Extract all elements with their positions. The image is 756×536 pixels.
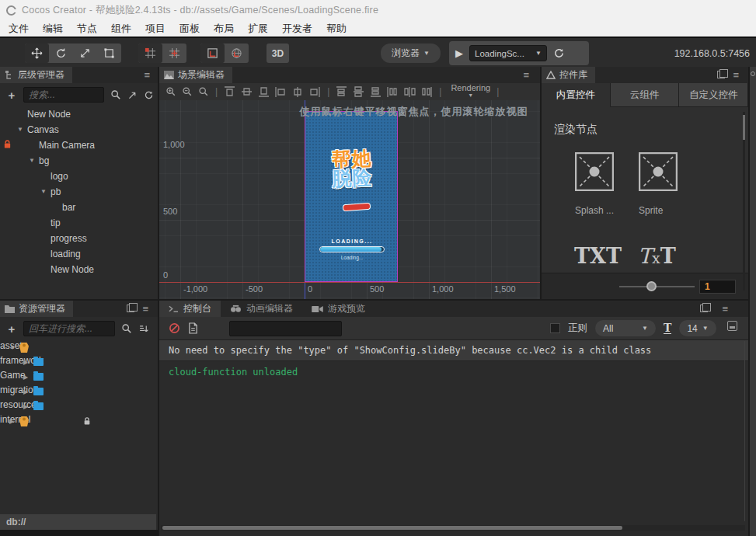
tree-node-logo[interactable]: logo bbox=[0, 169, 158, 184]
tree-node-bar[interactable]: bar bbox=[0, 200, 158, 215]
zoom-value-box[interactable]: 1 bbox=[699, 280, 736, 294]
asset-node-resources[interactable]: ▶resources bbox=[0, 399, 158, 414]
tab-console[interactable]: 控制台 bbox=[159, 301, 221, 317]
zoom-out-icon[interactable] bbox=[182, 86, 193, 97]
locate-node-icon[interactable] bbox=[127, 90, 138, 100]
search-icon[interactable] bbox=[110, 89, 121, 100]
console-log-area[interactable]: No need to specify the "type" of "ShowCo… bbox=[159, 339, 748, 524]
local-coordinate-button[interactable] bbox=[200, 44, 225, 63]
tree-node-new-node[interactable]: New Node bbox=[0, 262, 158, 277]
scene-viewport[interactable]: 帮她 脱险 LOADING... Loading... 使用鼠标右键平移视窗焦点… bbox=[159, 100, 540, 299]
tab-game-preview[interactable]: 游戏预览 bbox=[302, 301, 375, 317]
3d-mode-button[interactable]: 3D bbox=[267, 44, 289, 63]
zoom-slider-handle[interactable] bbox=[646, 281, 657, 291]
log-level-dropdown[interactable]: All ▼ bbox=[595, 320, 656, 336]
menu-item-项目[interactable]: 项目 bbox=[138, 22, 172, 36]
expand-arrow-icon[interactable]: ▼ bbox=[29, 157, 35, 164]
font-size-dropdown[interactable]: 14 ▼ bbox=[679, 320, 716, 336]
align-hcenter-icon[interactable] bbox=[292, 86, 304, 97]
align-bottom-icon[interactable] bbox=[258, 86, 270, 97]
panel-menu-icon[interactable]: ≡ bbox=[144, 69, 150, 81]
distribute-right-icon[interactable] bbox=[421, 86, 433, 97]
game-canvas-frame[interactable]: 帮她 脱险 LOADING... Loading... bbox=[305, 111, 398, 282]
world-coordinate-button[interactable] bbox=[225, 44, 249, 63]
console-filter-input[interactable] bbox=[229, 321, 342, 336]
center-pivot-button[interactable] bbox=[162, 44, 186, 63]
sort-assets-icon[interactable] bbox=[138, 324, 149, 334]
console-message[interactable]: No need to specify the "type" of "ShowCo… bbox=[159, 340, 748, 361]
tab-animation-editor[interactable]: 动画编辑器 bbox=[221, 301, 302, 317]
library-tab-2[interactable]: 云组件 bbox=[611, 83, 680, 107]
scale-tool-button[interactable] bbox=[73, 44, 97, 63]
refresh-button[interactable] bbox=[553, 47, 565, 59]
rect-tool-button[interactable] bbox=[97, 44, 121, 63]
asset-node-migration[interactable]: ▶migration bbox=[0, 385, 158, 399]
panel-menu-icon[interactable]: ≡ bbox=[722, 303, 728, 315]
menu-item-文件[interactable]: 文件 bbox=[2, 22, 36, 36]
clear-console-button[interactable] bbox=[169, 322, 180, 334]
expand-arrow-icon[interactable]: ▼ bbox=[40, 188, 47, 195]
anchor-pivot-button[interactable] bbox=[138, 44, 162, 63]
console-hscrollbar-thumb[interactable] bbox=[162, 526, 622, 530]
expand-arrow-icon[interactable]: ▶ bbox=[9, 418, 14, 425]
assets-search-input[interactable] bbox=[23, 321, 115, 336]
gear-icon[interactable] bbox=[751, 71, 755, 76]
distribute-vcenter-icon[interactable] bbox=[353, 86, 364, 97]
tree-node-tip[interactable]: tip bbox=[0, 215, 158, 231]
panel-menu-icon[interactable]: ≡ bbox=[142, 303, 148, 315]
tree-node-canvas[interactable]: ▼Canvas bbox=[0, 122, 158, 137]
tree-node-pb[interactable]: ▼pb bbox=[0, 184, 158, 200]
hierarchy-search-input[interactable] bbox=[23, 87, 104, 103]
popout-panel-icon[interactable] bbox=[717, 71, 725, 78]
expand-arrow-icon[interactable]: ▶ bbox=[23, 359, 28, 366]
asset-node-framework[interactable]: ▶framework bbox=[0, 355, 158, 370]
asset-node-game[interactable]: ▶Game bbox=[0, 370, 158, 385]
zoom-reset-icon[interactable] bbox=[198, 86, 209, 97]
console-hscrollbar-track[interactable] bbox=[161, 525, 745, 531]
library-tab-3[interactable]: 自定义控件 bbox=[679, 83, 748, 107]
library-scrollbar-thumb[interactable] bbox=[743, 115, 745, 140]
tab-hierarchy[interactable]: 层级管理器 bbox=[0, 67, 72, 83]
menu-item-编辑[interactable]: 编辑 bbox=[36, 22, 70, 36]
popout-panel-icon[interactable] bbox=[127, 305, 134, 312]
zoom-in-icon[interactable] bbox=[165, 86, 176, 97]
create-asset-button[interactable]: + bbox=[6, 322, 17, 336]
create-node-button[interactable]: + bbox=[6, 89, 17, 102]
asset-node-internal[interactable]: ▶internal bbox=[0, 414, 158, 429]
scroll-lock-icon[interactable] bbox=[727, 321, 737, 331]
tree-node-main-camera[interactable]: Main Camera bbox=[0, 137, 158, 153]
distribute-top-icon[interactable] bbox=[336, 86, 347, 97]
align-right-icon[interactable] bbox=[309, 86, 321, 97]
menu-item-扩展[interactable]: 扩展 bbox=[241, 22, 275, 36]
search-icon[interactable] bbox=[121, 323, 132, 334]
distribute-hcenter-icon[interactable] bbox=[404, 86, 416, 97]
panel-menu-icon[interactable]: ≡ bbox=[523, 69, 529, 81]
align-top-icon[interactable] bbox=[224, 86, 235, 97]
distribute-bottom-icon[interactable] bbox=[370, 86, 381, 97]
refresh-icon[interactable] bbox=[144, 90, 154, 100]
widget-sprite[interactable]: Sprite bbox=[639, 152, 701, 216]
menu-item-组件[interactable]: 组件 bbox=[104, 22, 138, 36]
menu-item-布局[interactable]: 布局 bbox=[207, 22, 241, 36]
tree-node-loading[interactable]: loading bbox=[0, 246, 158, 262]
widget-splash-sprite[interactable]: Splash ... bbox=[575, 152, 637, 216]
popout-panel-icon[interactable] bbox=[700, 305, 708, 312]
menu-item-开发者[interactable]: 开发者 bbox=[275, 22, 319, 36]
preview-target-dropdown[interactable]: 浏览器 ▼ bbox=[381, 44, 441, 63]
open-log-file-button[interactable] bbox=[188, 322, 198, 334]
regex-checkbox[interactable] bbox=[550, 323, 560, 333]
tree-node-progress[interactable]: progress bbox=[0, 231, 158, 246]
move-tool-button[interactable] bbox=[25, 44, 49, 63]
rotate-tool-button[interactable] bbox=[49, 44, 73, 63]
menu-item-节点[interactable]: 节点 bbox=[70, 22, 104, 36]
menu-item-帮助[interactable]: 帮助 bbox=[319, 22, 354, 36]
align-left-icon[interactable] bbox=[275, 86, 287, 97]
tree-node-new-node[interactable]: New Node bbox=[0, 106, 158, 122]
widget-richtext-txt[interactable]: TxT bbox=[638, 244, 676, 268]
expand-arrow-icon[interactable]: ▼ bbox=[9, 344, 16, 351]
console-message[interactable]: cloud-function unloaded bbox=[159, 361, 748, 382]
distribute-left-icon[interactable] bbox=[387, 86, 399, 97]
align-vcenter-icon[interactable] bbox=[241, 86, 253, 97]
expand-arrow-icon[interactable]: ▼ bbox=[17, 126, 23, 133]
expand-arrow-icon[interactable]: ▶ bbox=[23, 374, 28, 381]
